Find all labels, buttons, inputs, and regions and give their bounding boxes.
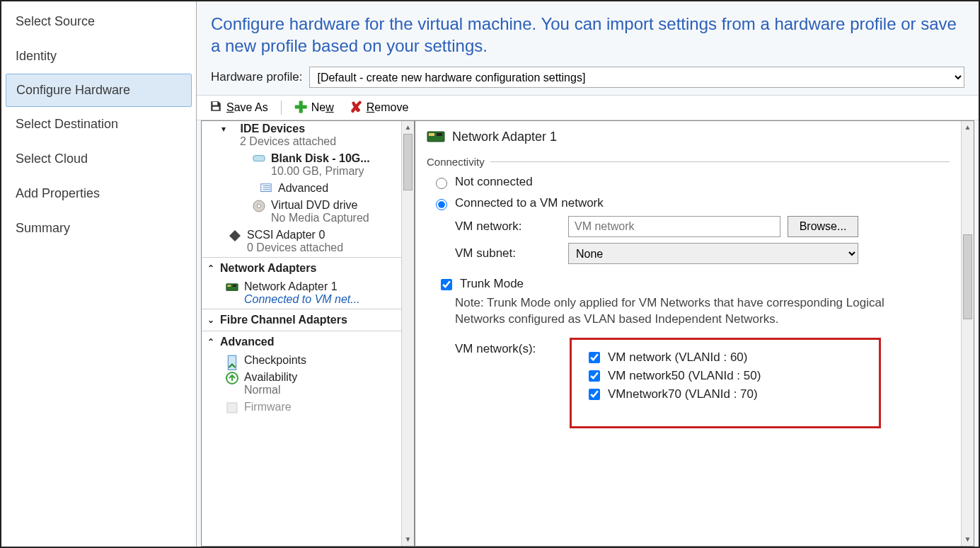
scroll-down-icon[interactable]: ▼ xyxy=(962,533,974,546)
svg-rect-12 xyxy=(233,285,236,286)
detail-panel: Network Adapter 1 Connectivity Not conne… xyxy=(415,121,961,546)
tree-checkpoints[interactable]: Checkpoints xyxy=(202,353,401,370)
browse-button[interactable]: Browse... xyxy=(788,216,858,237)
radio-connected-input[interactable] xyxy=(436,199,447,210)
wizard-step-select-cloud[interactable]: Select Cloud xyxy=(1,142,196,176)
remove-button[interactable]: ✘ Remove xyxy=(344,98,415,117)
page-heading: Configure hardware for the virtual machi… xyxy=(197,1,979,64)
wizard-nav: Select Source Identity Configure Hardwar… xyxy=(1,1,197,547)
svg-rect-1 xyxy=(213,107,219,110)
wizard-step-select-source[interactable]: Select Source xyxy=(1,4,196,39)
vm-network-label: VM network: xyxy=(455,219,561,234)
vm-network-row: VM network: Browse... xyxy=(455,216,950,237)
wizard-step-select-destination[interactable]: Select Destination xyxy=(1,107,196,142)
vm-network-check-0[interactable]: VM network (VLANId : 60) xyxy=(586,350,865,365)
network-adapter-icon xyxy=(427,131,445,144)
tree-scrollbar[interactable]: ▲ ▼ xyxy=(401,121,414,546)
vm-network-check-2-input[interactable] xyxy=(589,389,600,400)
firmware-icon xyxy=(226,401,238,413)
toolbar-separator xyxy=(281,101,282,115)
radio-connected[interactable]: Connected to a VM network xyxy=(432,196,950,210)
wizard-step-add-properties[interactable]: Add Properties xyxy=(1,176,196,211)
tree-ide-sub: 2 Devices attached xyxy=(221,135,396,148)
chevron-down-icon[interactable]: ▾ xyxy=(221,124,226,134)
scroll-up-icon[interactable]: ▲ xyxy=(402,121,414,134)
checkpoints-icon xyxy=(226,355,238,366)
connectivity-fieldset: Connectivity xyxy=(427,156,950,168)
wizard-step-configure-hardware[interactable]: Configure Hardware xyxy=(6,74,192,107)
content-area: Configure hardware for the virtual machi… xyxy=(197,1,979,547)
hardware-tree-panel: ▾ IDE Devices 2 Devices attached Blank D… xyxy=(201,120,415,547)
svg-rect-0 xyxy=(213,102,218,105)
detail-scrollbar[interactable]: ▲ ▼ xyxy=(961,121,974,546)
vm-network-input[interactable] xyxy=(568,216,780,237)
hardware-profile-select[interactable]: [Default - create new hardware configura… xyxy=(309,67,964,88)
wizard-step-identity[interactable]: Identity xyxy=(1,39,196,74)
detail-panel-wrap: Network Adapter 1 Connectivity Not conne… xyxy=(415,120,974,547)
tree-blank-disk[interactable]: Blank Disk - 10G... 10.00 GB, Primary xyxy=(202,151,401,181)
svg-rect-17 xyxy=(429,133,434,136)
chevron-up-icon: ⌃ xyxy=(207,263,214,273)
scroll-thumb[interactable] xyxy=(963,234,972,319)
tree-availability[interactable]: Availability Normal xyxy=(202,370,401,399)
tree-fibre-channel-header[interactable]: ⌄ Fibre Channel Adapters xyxy=(202,309,401,331)
vm-networks-row: VM network(s): VM network (VLANId : 60) … xyxy=(455,338,950,428)
tree-scsi[interactable]: SCSI Adapter 0 0 Devices attached xyxy=(202,227,401,257)
scsi-icon xyxy=(229,229,241,241)
tree-firmware[interactable]: Firmware xyxy=(202,399,401,416)
svg-rect-18 xyxy=(437,133,442,136)
svg-point-8 xyxy=(258,205,261,208)
disk-icon xyxy=(253,153,265,164)
svg-marker-9 xyxy=(229,230,241,241)
save-as-button[interactable]: Save As xyxy=(204,98,274,117)
trunk-mode-checkbox-row[interactable]: Trunk Mode xyxy=(438,277,950,292)
hardware-profile-row: Hardware profile: [Default - create new … xyxy=(197,64,979,95)
tree-network-adapters-header[interactable]: ⌃ Network Adapters xyxy=(202,257,401,279)
svg-rect-15 xyxy=(227,403,237,413)
scroll-down-icon[interactable]: ▼ xyxy=(402,533,414,546)
detail-title: Network Adapter 1 xyxy=(452,130,557,144)
radio-not-connected-input[interactable] xyxy=(436,178,447,189)
vm-networks-highlight-box: VM network (VLANId : 60) VM network50 (V… xyxy=(570,338,881,428)
hardware-profile-label: Hardware profile: xyxy=(211,70,302,84)
vm-network-check-1-input[interactable] xyxy=(589,370,600,382)
vm-subnet-row: VM subnet: None xyxy=(455,243,950,264)
hardware-tree: ▾ IDE Devices 2 Devices attached Blank D… xyxy=(202,121,401,546)
chevron-up-icon: ⌃ xyxy=(207,337,214,347)
vm-network-check-0-input[interactable] xyxy=(589,352,600,363)
chevron-collapse-icon: ⌄ xyxy=(207,315,214,325)
tree-dvd[interactable]: Virtual DVD drive No Media Captured xyxy=(202,198,401,227)
hardware-toolbar: Save As ✚ New ✘ Remove xyxy=(197,95,979,120)
vm-networks-label: VM network(s): xyxy=(455,338,561,356)
svg-rect-2 xyxy=(253,156,265,161)
network-adapter-icon xyxy=(226,281,238,292)
vm-subnet-select[interactable]: None xyxy=(568,243,858,264)
wizard-step-summary[interactable]: Summary xyxy=(1,211,196,246)
radio-not-connected[interactable]: Not connected xyxy=(432,175,950,189)
tree-network-adapter-1[interactable]: Network Adapter 1 Connected to VM net... xyxy=(202,279,401,309)
new-button[interactable]: ✚ New xyxy=(289,98,340,117)
vm-subnet-label: VM subnet: xyxy=(455,246,561,261)
tree-advanced-leaf[interactable]: Advanced xyxy=(202,181,401,198)
list-icon xyxy=(260,183,272,194)
availability-icon xyxy=(226,372,238,383)
scroll-up-icon[interactable]: ▲ xyxy=(962,121,974,134)
svg-rect-10 xyxy=(226,284,238,291)
vm-network-check-1[interactable]: VM network50 (VLANId : 50) xyxy=(586,368,865,384)
plus-icon: ✚ xyxy=(294,100,307,115)
detail-title-row: Network Adapter 1 xyxy=(427,127,950,150)
svg-rect-11 xyxy=(227,285,231,286)
tree-ide-devices[interactable]: IDE Devices xyxy=(240,122,305,135)
save-icon xyxy=(209,100,222,115)
trunk-mode-note: Note: Trunk Mode only applied for VM Net… xyxy=(455,295,894,328)
tree-advanced-header[interactable]: ⌃ Advanced xyxy=(202,331,401,353)
vm-network-check-2[interactable]: VMnetwork70 (VLANId : 70) xyxy=(586,387,865,402)
trunk-mode-checkbox[interactable] xyxy=(441,279,452,290)
scroll-thumb[interactable] xyxy=(403,134,413,190)
remove-icon: ✘ xyxy=(350,100,362,115)
dvd-icon xyxy=(253,200,265,211)
